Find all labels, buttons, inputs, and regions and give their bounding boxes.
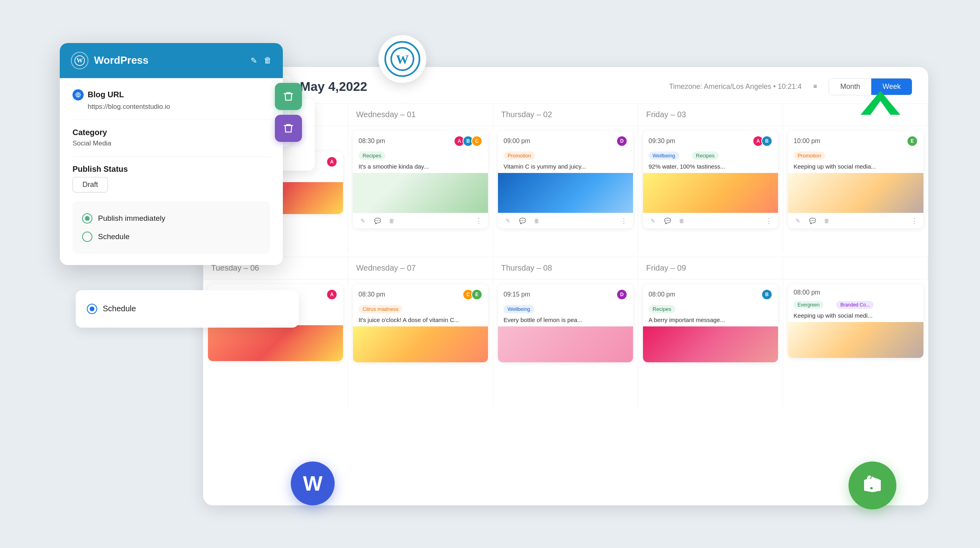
publish-status-group: Publish Status Draft [73,165,270,192]
status-badge[interactable]: Draft [73,177,108,192]
post-avatars-thu02: D [619,136,627,147]
delete-icon[interactable]: 🗑 [677,216,686,225]
day-header-wed01: Wednesday – 01 [348,104,493,126]
wordpress-card: W WordPress ✎ 🗑 Blo [60,43,283,265]
comment-icon[interactable]: 💬 [808,216,817,225]
post-card-wed01[interactable]: 08:30 pm A B C Recipes It's a smoothie k… [353,131,488,228]
publish-immediately-radio[interactable] [82,213,92,224]
post-text-fri09: A berry important message... [643,315,778,326]
post-card-thu08[interactable]: 09:15 pm D Wellbeing Every bottle of lem… [498,284,633,362]
filter-icon[interactable]: ≡ [808,79,822,94]
more-icon[interactable]: ⋮ [765,216,772,225]
comment-icon[interactable]: 💬 [373,216,382,225]
post-image-fri03 [643,173,778,213]
delete-icon[interactable]: 🗑 [387,216,396,225]
post-card-header-partial3: 08:00 pm [788,284,923,299]
wp-edit-button[interactable]: ✎ [251,56,257,65]
schedule-option[interactable]: Schedule [82,228,261,246]
blog-url-label-area: Blog URL [73,89,270,100]
post-card-thu02[interactable]: 09:00 pm D Promotion Vitamin C is yummy … [498,131,633,228]
publish-immediately-option[interactable]: Publish immediately [82,209,261,228]
day-header-empty2 [783,104,928,126]
post-tag-recipes3: Recipes [649,305,675,313]
edit-icon[interactable]: ✎ [649,216,657,225]
comment-icon[interactable]: 💬 [518,216,527,225]
category-group: Category Social Media [73,128,270,147]
post-card-wed07[interactable]: 08:30 pm C E Citrus madness It's juice o… [353,284,488,362]
wp-title: WordPress [94,54,149,67]
post-text-partial3: Keeping up with social medi... [788,310,923,322]
post-tag-evergreen: Evergreen [794,301,823,309]
avatar: D [616,289,627,300]
day-col-wed01: 08:30 pm A B C Recipes It's a smoothie k… [348,126,493,253]
post-image-thu08 [498,326,633,362]
delete-icon[interactable]: 🗑 [532,216,541,225]
post-card-partial3[interactable]: 08:00 pm Evergreen Branded Co... Keeping… [788,284,923,358]
float-delete-green[interactable] [275,83,302,110]
schedule-radio-circle [87,304,97,314]
day-col-partial2: 10:00 pm E Promotion Keeping up with soc… [783,126,928,253]
svg-text:W: W [396,52,409,67]
float-delete-purple[interactable] [275,115,302,142]
timezone-info: Timezone: America/Los Angeles • 10:21:4 [669,82,802,91]
post-text-wed01: It's a smoothie kinda day... [353,161,488,173]
day-header-empty3 [783,257,928,279]
calendar-header: January 28 – May 4,2022 Timezone: Americ… [203,67,928,104]
post-card-header-thu08: 09:15 pm D [498,284,633,303]
post-text-wed07: It's juice o'clock! A dose of vitamin C.… [353,315,488,326]
post-card-partial2[interactable]: 10:00 pm E Promotion Keeping up with soc… [788,131,923,228]
delete-icon[interactable]: 🗑 [822,216,831,225]
wp-logo-area: W WordPress [71,52,149,69]
schedule-radio[interactable] [82,232,92,242]
post-actions-wed01: ✎ 💬 🗑 ⋮ [353,213,488,228]
post-image-wed07 [353,326,488,362]
post-tag-citrus: Citrus madness [359,305,402,313]
wp-card-header: W WordPress ✎ 🗑 [60,43,283,78]
blog-url-icon [73,89,84,100]
post-tag-wellbeing: Wellbeing [649,151,679,160]
avatar: B [761,136,772,147]
day-header-fri03: Friday – 03 [638,104,783,126]
post-image-partial2 [788,173,923,213]
calendar-row2-headers: Tuesday – 06 Wednesday – 07 Thursday – 0… [203,257,928,279]
post-avatars-fri03: A B [755,136,772,147]
day-col-fri09: 08:00 pm B Recipes A berry important mes… [638,279,783,407]
post-tag-promotion2: Promotion [794,151,825,160]
post-text-partial2: Keeping up with social media... [788,161,923,173]
post-avatars-wed01: A B C [456,136,482,147]
category-title: Category [73,128,270,137]
more-icon[interactable]: ⋮ [475,216,482,225]
post-tags-fri03: Wellbeing Recipes [643,150,778,161]
avatar: D [616,136,627,147]
separator-2 [73,156,270,157]
schedule-radio-inner [90,306,94,311]
category-value: Social Media [73,139,270,147]
post-tag-recipes: Recipes [359,151,385,160]
post-text-thu02: Vitamin C is yummy and juicy... [498,161,633,173]
post-avatars-partial2: E [909,136,918,147]
comment-icon[interactable]: 💬 [663,216,672,225]
post-card-header-wed01: 08:30 pm A B C [353,131,488,150]
post-actions-partial2: ✎ 💬 🗑 ⋮ [788,213,923,228]
day-header-wed07: Wednesday – 07 [348,257,493,279]
blog-url-title: Blog URL [88,90,124,99]
more-icon[interactable]: ⋮ [620,216,627,225]
post-card-fri03[interactable]: 09:30 pm A B Wellbeing Recipes 92% water… [643,131,778,228]
post-card-header-fri09: 08:00 pm B [643,284,778,303]
post-tags-partial3: Evergreen Branded Co... [788,299,923,310]
schedule-radio-item: Schedule [87,300,288,318]
post-card-header-thu02: 09:00 pm D [498,131,633,150]
blog-url-group: Blog URL https://blog.contentstudio.io [73,89,270,111]
wp-delete-button[interactable]: 🗑 [264,56,272,65]
edit-icon[interactable]: ✎ [794,216,802,225]
separator-1 [73,120,270,120]
schedule-label: Schedule [103,304,136,313]
post-image-wed01 [353,173,488,213]
more-icon[interactable]: ⋮ [911,216,918,225]
edit-icon[interactable]: ✎ [504,216,512,225]
post-image-fri09 [643,326,778,362]
edit-icon[interactable]: ✎ [359,216,367,225]
avatar: B [761,289,772,300]
post-card-fri09[interactable]: 08:00 pm B Recipes A berry important mes… [643,284,778,362]
avatar: A [326,156,337,167]
